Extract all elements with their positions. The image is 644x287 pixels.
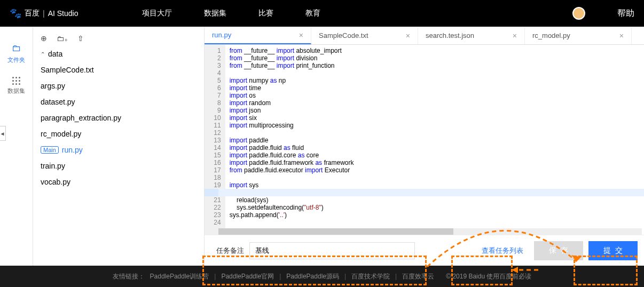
top-nav: 项目大厅 数据集 比赛 教育 bbox=[142, 9, 320, 18]
footer-link[interactable]: PaddlePaddle官网 bbox=[221, 272, 274, 281]
tab-run-py[interactable]: run.py× bbox=[205, 27, 311, 44]
tab-samplecode[interactable]: SampleCode.txt× bbox=[311, 27, 418, 44]
logo-cn: 百度 bbox=[25, 9, 40, 18]
task-note-input[interactable] bbox=[249, 242, 415, 259]
chevron-down-icon: ⌃ bbox=[41, 51, 45, 57]
line-gutter: 12345678910111213141516171819⊟ 202122232… bbox=[205, 45, 225, 235]
main: 🗀 文件夹 数据集 ⊕ 🗀₊ ⇧ ⌃ data SampleCode.txt a… bbox=[0, 27, 644, 266]
new-folder-icon[interactable]: 🗀₊ bbox=[57, 34, 68, 43]
topbar: 🐾 百度 | AI Studio 项目大厅 数据集 比赛 教育 帮助 bbox=[0, 0, 644, 27]
close-icon[interactable]: × bbox=[406, 31, 410, 40]
footer: 友情链接： PaddlePaddle训练营| PaddlePaddle官网| P… bbox=[0, 266, 644, 287]
horizontal-scrollbar[interactable] bbox=[218, 228, 642, 235]
tree-file[interactable]: dataset.py bbox=[33, 94, 204, 110]
tree-file[interactable]: args.py bbox=[33, 78, 204, 94]
submit-button[interactable]: 提交 bbox=[588, 241, 638, 260]
tab-rc-model[interactable]: rc_model.py× bbox=[525, 27, 632, 44]
file-tree: ⊕ 🗀₊ ⇧ ⌃ data SampleCode.txt args.py dat… bbox=[33, 27, 204, 266]
tree-file[interactable]: vocab.py bbox=[33, 174, 204, 190]
grid-icon bbox=[12, 77, 20, 85]
collapse-sidebar-icon[interactable]: ◄ bbox=[0, 126, 6, 141]
footer-link[interactable]: PaddlePaddle训练营 bbox=[150, 272, 209, 281]
rail-files[interactable]: 🗀 文件夹 bbox=[0, 36, 33, 70]
upload-icon[interactable]: ⇧ bbox=[77, 34, 84, 43]
code-content[interactable]: from __future__ import absolute_import f… bbox=[225, 45, 644, 235]
close-icon[interactable]: × bbox=[513, 31, 517, 40]
task-note-group: 任务备注 bbox=[211, 239, 471, 262]
footer-copyright: © 2019 Baidu 使用百度前必读 bbox=[446, 272, 531, 281]
main-badge: Main bbox=[41, 146, 59, 154]
editor: ◄ run.py× SampleCode.txt× search.test.js… bbox=[204, 27, 644, 266]
close-icon[interactable]: × bbox=[299, 31, 303, 39]
tree-file[interactable]: train.py bbox=[33, 158, 204, 174]
file-toolbar: ⊕ 🗀₊ ⇧ bbox=[33, 31, 204, 46]
submit-bar: 任务备注 查看任务列表 保存 提交 bbox=[205, 235, 644, 266]
editor-tabs: run.py× SampleCode.txt× search.test.json… bbox=[205, 27, 644, 45]
tree-file[interactable]: rc_model.py bbox=[33, 126, 204, 142]
tree-file[interactable]: paragraph_extraction.py bbox=[33, 110, 204, 126]
new-file-icon[interactable]: ⊕ bbox=[41, 34, 47, 43]
nav-competitions[interactable]: 比赛 bbox=[258, 9, 273, 18]
footer-link[interactable]: PaddlePaddle源码 bbox=[286, 272, 339, 281]
view-task-list-link[interactable]: 查看任务列表 bbox=[476, 243, 529, 259]
tree-file[interactable]: SampleCode.txt bbox=[33, 62, 204, 78]
avatar[interactable] bbox=[572, 7, 585, 20]
paw-icon: 🐾 bbox=[10, 7, 21, 19]
nav-help[interactable]: 帮助 bbox=[617, 8, 634, 19]
tab-search-json[interactable]: search.test.json× bbox=[418, 27, 525, 44]
rail-datasets[interactable]: 数据集 bbox=[0, 70, 33, 101]
save-button[interactable]: 保存 bbox=[534, 241, 583, 260]
nav-projects[interactable]: 项目大厅 bbox=[142, 9, 172, 18]
nav-datasets[interactable]: 数据集 bbox=[204, 9, 226, 18]
folder-icon: 🗀 bbox=[12, 43, 21, 54]
tree-file-main[interactable]: Main run.py bbox=[33, 142, 204, 158]
left-rail: 🗀 文件夹 数据集 bbox=[0, 27, 33, 266]
logo-en: AI Studio bbox=[48, 9, 78, 18]
logo[interactable]: 🐾 百度 | AI Studio bbox=[10, 7, 78, 19]
footer-link[interactable]: 百度效率云 bbox=[402, 272, 434, 281]
nav-education[interactable]: 教育 bbox=[305, 9, 320, 18]
task-note-label: 任务备注 bbox=[216, 246, 244, 256]
code-area[interactable]: 12345678910111213141516171819⊟ 202122232… bbox=[205, 45, 644, 235]
footer-link[interactable]: 百度技术学院 bbox=[351, 272, 390, 281]
footer-prefix: 友情链接： bbox=[113, 272, 145, 281]
tree-folder-data[interactable]: ⌃ data bbox=[33, 46, 204, 62]
close-icon[interactable]: × bbox=[619, 31, 624, 40]
